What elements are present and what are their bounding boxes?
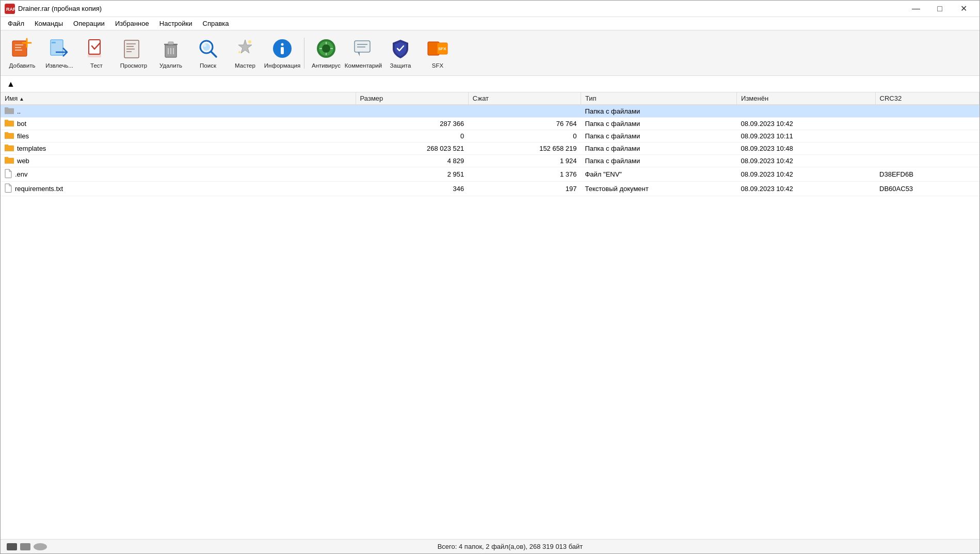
- file-type: Текстовый документ: [581, 182, 736, 196]
- toolbar-btn-wizard[interactable]: Мастер: [228, 33, 263, 73]
- toolbar-btn-view[interactable]: Просмотр: [116, 33, 151, 73]
- file-packed: [468, 105, 581, 118]
- svg-line-28: [211, 52, 216, 57]
- toolbar-btn-info-label: Информация: [264, 62, 300, 70]
- file-crc32: D38EFD6B: [875, 167, 979, 182]
- menu-item-настройки[interactable]: Настройки: [154, 19, 198, 28]
- svg-text:RAR: RAR: [6, 7, 15, 12]
- file-modified: 08.09.2023 10:42: [737, 182, 876, 196]
- col-type[interactable]: Тип: [581, 92, 736, 105]
- status-indicator-3: [34, 543, 47, 550]
- toolbar-btn-test-label: Тест: [90, 62, 103, 70]
- menu-item-команды[interactable]: Команды: [29, 19, 68, 28]
- file-type: Папка с файлами: [581, 118, 736, 130]
- file-packed: 76 764: [468, 118, 581, 130]
- svg-rect-46: [357, 46, 365, 48]
- toolbar-btn-info[interactable]: Информация: [265, 33, 300, 73]
- table-row[interactable]: files00Папка с файлами08.09.2023 10:11: [1, 130, 979, 143]
- maximize-button[interactable]: □: [928, 1, 952, 17]
- table-row[interactable]: requirements.txt346197Текстовый документ…: [1, 182, 979, 196]
- close-button[interactable]: ✕: [952, 1, 975, 17]
- address-bar: ▲: [1, 76, 979, 92]
- file-crc32: [875, 118, 979, 130]
- menu-bar: ФайлКомандыОперацииИзбранноеНастройкиСпр…: [1, 17, 979, 30]
- view-icon: [122, 37, 146, 60]
- toolbar-btn-find-label: Поиск: [200, 62, 216, 70]
- file-type: Папка с файлами: [581, 105, 736, 118]
- col-modified[interactable]: Изменён: [737, 92, 876, 105]
- folder-icon: [5, 107, 14, 116]
- antivirus-icon: [314, 37, 338, 60]
- file-name: requirements.txt: [15, 185, 63, 193]
- toolbar-btn-delete[interactable]: Удалить: [153, 33, 188, 73]
- toolbar-btn-delete-label: Удалить: [159, 62, 182, 70]
- svg-rect-8: [15, 50, 22, 51]
- file-size: 287 366: [356, 118, 468, 130]
- menu-item-справка[interactable]: Справка: [198, 19, 234, 28]
- menu-item-избранное[interactable]: Избранное: [110, 19, 154, 28]
- toolbar-btn-view-label: Просмотр: [120, 62, 148, 70]
- toolbar-btn-sfx[interactable]: SFXSFX: [420, 33, 455, 73]
- wizard-icon: [233, 37, 257, 60]
- svg-rect-7: [15, 47, 21, 48]
- svg-point-29: [203, 44, 206, 47]
- file-icon: [5, 169, 12, 180]
- svg-rect-19: [126, 51, 132, 52]
- status-bar: Всего: 4 папок, 2 файл(а,ов), 268 319 01…: [1, 539, 979, 553]
- file-size: 2 951: [356, 167, 468, 182]
- toolbar-btn-sfx-label: SFX: [432, 62, 443, 70]
- toolbar-btn-protect[interactable]: Защита: [383, 33, 418, 73]
- app-icon: RAR: [5, 4, 15, 14]
- svg-rect-45: [357, 44, 367, 45]
- table-row[interactable]: .env2 9511 376Файл "ENV"08.09.2023 10:42…: [1, 167, 979, 182]
- file-crc32: [875, 105, 979, 118]
- table-row[interactable]: templates268 023 521152 658 219Папка с ф…: [1, 143, 979, 155]
- svg-rect-14: [88, 53, 101, 57]
- file-modified: 08.09.2023 10:42: [737, 118, 876, 130]
- svg-rect-35: [281, 47, 284, 54]
- toolbar-btn-add[interactable]: Добавить: [5, 33, 40, 73]
- menu-item-операции[interactable]: Операции: [68, 19, 110, 28]
- file-modified: [737, 105, 876, 118]
- col-crc32[interactable]: CRC32: [875, 92, 979, 105]
- file-crc32: [875, 155, 979, 167]
- toolbar-btn-test[interactable]: Тест: [79, 33, 114, 73]
- toolbar-btn-antivirus-label: Антивирус: [312, 62, 341, 70]
- table-row[interactable]: web4 8291 924Папка с файлами08.09.2023 1…: [1, 155, 979, 167]
- menu-item-файл[interactable]: Файл: [3, 19, 29, 28]
- col-size[interactable]: Размер: [356, 92, 468, 105]
- file-name: .env: [15, 170, 28, 178]
- file-size: [356, 105, 468, 118]
- extract-icon: [47, 37, 71, 60]
- test-icon: [85, 37, 108, 60]
- toolbar-btn-comment-label: Комментарий: [345, 62, 382, 70]
- file-name: files: [17, 132, 29, 140]
- svg-rect-16: [126, 43, 136, 44]
- info-icon: [270, 37, 294, 60]
- minimize-button[interactable]: —: [904, 1, 928, 17]
- toolbar-btn-extract[interactable]: Извлечь...: [42, 33, 77, 73]
- svg-point-32: [238, 51, 240, 53]
- comment-icon: [351, 37, 375, 60]
- table-row[interactable]: bot287 36676 764Папка с файлами08.09.202…: [1, 118, 979, 130]
- file-crc32: [875, 143, 979, 155]
- folder-icon: [5, 144, 14, 153]
- title-bar: RAR Drainer.rar (пробная копия) — □ ✕: [1, 1, 979, 17]
- svg-rect-11: [52, 42, 56, 43]
- file-name: ..: [17, 107, 21, 115]
- sfx-icon: SFX: [426, 37, 449, 60]
- file-crc32: [875, 130, 979, 143]
- svg-rect-22: [168, 42, 173, 44]
- table-row[interactable]: ..Папка с файлами: [1, 105, 979, 118]
- toolbar-btn-find[interactable]: Поиск: [190, 33, 226, 73]
- svg-marker-44: [358, 52, 360, 56]
- toolbar-btn-comment[interactable]: Комментарий: [346, 33, 381, 73]
- status-indicator-1: [7, 543, 17, 550]
- window-title: Drainer.rar (пробная копия): [18, 5, 904, 12]
- toolbar-btn-antivirus[interactable]: Антивирус: [309, 33, 344, 73]
- col-name[interactable]: Имя: [1, 92, 356, 105]
- toolbar: ДобавитьИзвлечь...ТестПросмотрУдалитьПои…: [1, 30, 979, 76]
- col-packed[interactable]: Сжат: [468, 92, 581, 105]
- file-modified: 08.09.2023 10:11: [737, 130, 876, 143]
- up-button[interactable]: ▲: [5, 78, 17, 90]
